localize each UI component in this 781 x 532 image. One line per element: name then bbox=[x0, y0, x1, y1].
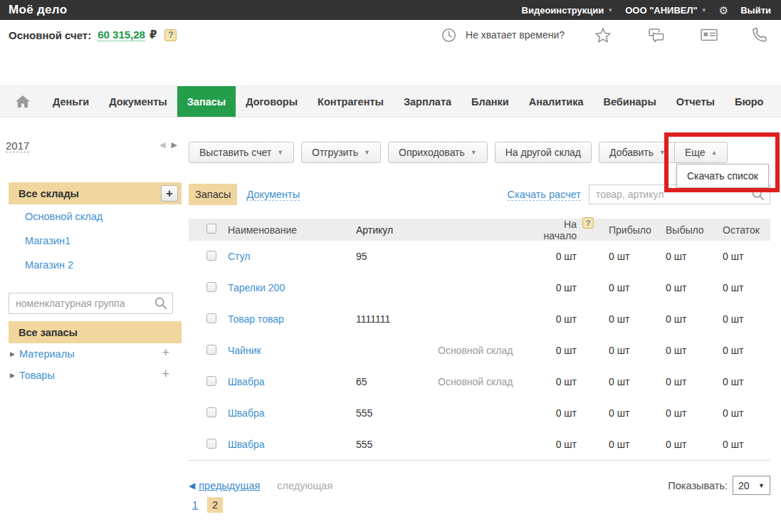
tab-reports[interactable]: Отчеты bbox=[666, 86, 725, 117]
add-group-icon[interactable]: + bbox=[162, 367, 169, 382]
tree-expand-icon[interactable]: ▶ bbox=[10, 372, 15, 379]
all-stocks-header[interactable]: Все запасы bbox=[9, 321, 182, 343]
product-link[interactable]: Швабра bbox=[228, 376, 265, 387]
group-row-goods: ▶ Товары + bbox=[0, 365, 182, 386]
year-next-icon[interactable]: ▶ bbox=[172, 140, 177, 149]
add-button[interactable]: Добавить ▼ bbox=[599, 142, 676, 163]
tab-analytics[interactable]: Аналитика bbox=[519, 86, 594, 117]
add-warehouse-button[interactable]: + bbox=[161, 185, 178, 202]
more-dropdown-menu: Скачать список bbox=[676, 164, 769, 188]
row-checkbox[interactable] bbox=[206, 313, 216, 323]
video-instructions-menu[interactable]: Видеоинструкции ▼ bbox=[522, 5, 614, 16]
product-link[interactable]: Швабра bbox=[228, 407, 265, 419]
row-checkbox[interactable] bbox=[206, 407, 216, 417]
app-logo: Моё дело bbox=[9, 3, 67, 17]
tab-bureau[interactable]: Бюро bbox=[725, 86, 774, 117]
prev-arrow-icon: ◀ bbox=[189, 481, 195, 491]
product-link[interactable]: Чайник bbox=[228, 345, 261, 356]
to-other-warehouse-button[interactable]: На другой склад bbox=[495, 142, 592, 163]
tree-expand-icon[interactable]: ▶ bbox=[10, 350, 15, 358]
col-in: Прибыло bbox=[609, 224, 666, 236]
issue-invoice-button[interactable]: Выставить счет ▼ bbox=[189, 142, 294, 163]
product-link[interactable]: Швабра bbox=[228, 439, 265, 450]
header-icons: Не хватает времени? bbox=[441, 26, 781, 43]
table-row: Швабра 555 0 шт 0 шт 0 шт 0 шт bbox=[189, 429, 770, 460]
gear-icon[interactable]: ⚙ bbox=[719, 5, 728, 16]
year-link[interactable]: 2017 bbox=[6, 140, 29, 152]
table-row: Товар товар 1111111 0 шт 0 шт 0 шт 0 шт bbox=[189, 303, 770, 335]
main-nav: Деньги Документы Запасы Договоры Контраг… bbox=[0, 85, 781, 118]
download-list-menu-item[interactable]: Скачать список bbox=[677, 165, 768, 187]
col-name: Наименование bbox=[228, 224, 356, 236]
tab-stocks[interactable]: Запасы bbox=[177, 86, 236, 117]
chevron-down-icon: ▼ bbox=[659, 149, 666, 156]
tab-salary[interactable]: Зарплата bbox=[394, 86, 461, 117]
account-balance-link[interactable]: 60 315,28 bbox=[98, 28, 145, 41]
table-row: Швабра 65 Основной склад 0 шт 0 шт 0 шт … bbox=[189, 366, 770, 397]
prev-page-link[interactable]: предыдущая bbox=[199, 480, 260, 491]
group-link[interactable]: Товары bbox=[19, 370, 55, 381]
year-prev-icon[interactable]: ◀ bbox=[159, 140, 165, 149]
help-badge[interactable]: ? bbox=[582, 217, 594, 229]
topbar-menu: Видеоинструкции ▼ ООО "АНИВЕЛ" ▼ ⚙ Выйти bbox=[522, 5, 781, 16]
ship-button[interactable]: Отгрузить ▼ bbox=[301, 142, 381, 163]
row-checkbox[interactable] bbox=[206, 282, 216, 292]
help-badge[interactable]: ? bbox=[164, 29, 177, 41]
subtab-documents[interactable]: Документы bbox=[246, 189, 300, 201]
row-checkbox[interactable] bbox=[206, 439, 216, 449]
chevron-down-icon: ▼ bbox=[701, 7, 707, 14]
chevron-down-icon: ▼ bbox=[364, 149, 370, 156]
col-sku: Артикул bbox=[356, 224, 427, 236]
table-row: Стул 95 0 шт 0 шт 0 шт 0 шт bbox=[189, 241, 770, 272]
more-button[interactable]: Еще ▲ bbox=[674, 142, 728, 163]
product-link[interactable]: Тарелки 200 bbox=[228, 282, 285, 293]
star-icon[interactable] bbox=[594, 27, 612, 43]
warehouse-link[interactable]: Магазин 2 bbox=[0, 253, 182, 277]
table-row: Швабра 555 0 шт 0 шт 0 шт 0 шт bbox=[189, 397, 770, 429]
tab-documents[interactable]: Документы bbox=[99, 86, 177, 117]
tab-counterparties[interactable]: Контрагенты bbox=[308, 86, 394, 117]
download-calculation-link[interactable]: Скачать расчет bbox=[508, 189, 581, 201]
row-checkbox[interactable] bbox=[206, 345, 216, 355]
table-row: Чайник Основной склад 0 шт 0 шт 0 шт 0 ш… bbox=[189, 335, 770, 366]
currency-symbol: ₽ bbox=[150, 28, 157, 41]
search-icon[interactable] bbox=[751, 187, 765, 202]
warehouse-link[interactable]: Основной склад bbox=[0, 204, 182, 229]
no-time-link[interactable]: Не хватает времени? bbox=[466, 29, 565, 41]
subtab-stocks[interactable]: Запасы bbox=[189, 184, 237, 205]
contact-card-icon[interactable] bbox=[700, 27, 718, 43]
add-group-icon[interactable]: + bbox=[162, 345, 169, 360]
page-2-current[interactable]: 2 bbox=[207, 497, 223, 513]
pagination: ◀ предыдущая следующая Показывать: 20 ▼ bbox=[189, 476, 770, 495]
account-label: Основной счет: bbox=[9, 29, 91, 41]
account-header: Основной счет: 60 315,28 ₽ ? Не хватает … bbox=[0, 20, 781, 50]
group-link[interactable]: Материалы bbox=[19, 348, 75, 360]
tab-forms[interactable]: Бланки bbox=[461, 86, 519, 117]
group-row-materials: ▶ Материалы + bbox=[0, 343, 182, 365]
row-checkbox[interactable] bbox=[206, 251, 216, 261]
main-panel: Выставить счет ▼ Отгрузить ▼ Оприходоват… bbox=[189, 135, 770, 532]
next-page-label: следующая bbox=[277, 480, 332, 491]
home-icon[interactable] bbox=[0, 86, 43, 117]
product-link[interactable]: Товар товар bbox=[228, 313, 284, 325]
all-warehouses-header[interactable]: Все склады + bbox=[9, 182, 182, 204]
page-1-link[interactable]: 1 bbox=[192, 499, 198, 511]
receive-button[interactable]: Оприходовать ▼ bbox=[388, 142, 488, 163]
logout-link[interactable]: Выйти bbox=[740, 5, 771, 16]
tab-money[interactable]: Деньги bbox=[43, 86, 99, 117]
warehouse-link[interactable]: Магазин1 bbox=[0, 229, 182, 253]
stocks-table: Наименование Артикул На начало ? Прибыло… bbox=[189, 219, 770, 461]
page-size-select[interactable]: 20 ▼ bbox=[733, 476, 770, 495]
clock-icon bbox=[441, 27, 457, 43]
group-search-input[interactable] bbox=[9, 293, 173, 314]
tab-webinars[interactable]: Вебинары bbox=[594, 86, 666, 117]
phone-icon[interactable] bbox=[751, 26, 768, 43]
row-checkbox[interactable] bbox=[206, 376, 216, 386]
product-link[interactable]: Стул bbox=[228, 251, 251, 262]
show-label: Показывать: bbox=[668, 480, 728, 491]
chat-icon[interactable] bbox=[647, 27, 666, 43]
company-menu[interactable]: ООО "АНИВЕЛ" ▼ bbox=[625, 5, 707, 16]
select-all-checkbox[interactable] bbox=[206, 224, 216, 234]
col-start: На начало ? bbox=[529, 219, 577, 241]
tab-contracts[interactable]: Договоры bbox=[236, 86, 308, 117]
